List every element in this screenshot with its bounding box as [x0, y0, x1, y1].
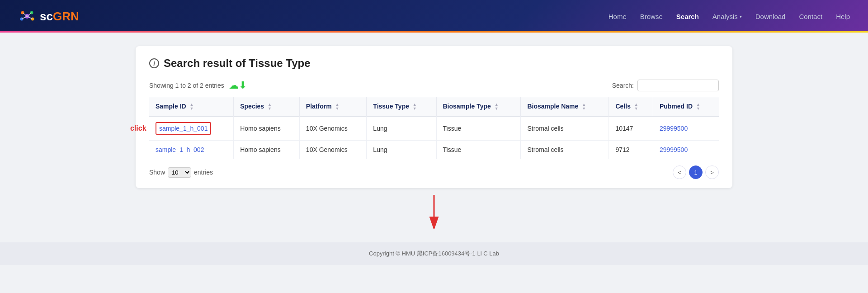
nav-home[interactable]: Home — [609, 13, 627, 20]
annotation-row1: click sample_1_h_001 — [156, 122, 211, 135]
show-label: Show — [149, 169, 165, 176]
prev-page-button[interactable]: < — [673, 165, 686, 179]
cell-species-2: Homo sapiens — [234, 141, 300, 159]
search-label: Search: — [612, 82, 634, 89]
nav-help[interactable]: Help — [836, 13, 850, 20]
entries-select[interactable]: 10 25 50 100 — [168, 167, 191, 178]
sort-icon-tissue-type: ▲▼ — [413, 103, 417, 111]
col-species[interactable]: Species ▲▼ — [234, 97, 300, 117]
cloud-download-icon[interactable]: ☁⬇ — [229, 80, 247, 91]
footer-copyright: Copyright © HMU 黑ICP备16009434号-1 Li C La… — [369, 250, 499, 257]
navbar: scGRN Home Browse Search Analysis ▾ Down… — [0, 0, 868, 33]
page-footer: Copyright © HMU 黑ICP备16009434号-1 Li C La… — [0, 242, 868, 265]
table-header: Sample ID ▲▼ Species ▲▼ Platform ▲▼ Ti — [149, 97, 719, 117]
nav-links: Home Browse Search Analysis ▾ Download C… — [609, 13, 850, 20]
cell-platform-2: 10X Genomics — [299, 141, 367, 159]
result-card: i Search result of Tissue Type Showing 1… — [136, 46, 732, 188]
sort-icon-platform: ▲▼ — [335, 103, 340, 111]
cell-biosample-type-1: Tissue — [436, 117, 521, 141]
sample-link-2[interactable]: sample_1_h_002 — [156, 146, 204, 153]
sort-icon-biosample-name: ▲▼ — [582, 103, 586, 111]
logo: scGRN — [18, 7, 79, 25]
col-pubmed-id[interactable]: Pubmed ID ▲▼ — [653, 97, 719, 117]
cell-sample-id-2: sample_1_h_002 — [149, 141, 234, 159]
entries-label: entries — [194, 169, 213, 176]
cell-biosample-name-2: Stromal cells — [521, 141, 609, 159]
col-platform[interactable]: Platform ▲▼ — [299, 97, 367, 117]
nav-download[interactable]: Download — [755, 13, 786, 20]
col-sample-id[interactable]: Sample ID ▲▼ — [149, 97, 234, 117]
sort-icon-pubmed-id: ▲▼ — [696, 103, 700, 111]
nav-contact[interactable]: Contact — [799, 13, 822, 20]
sort-icon-cells: ▲▼ — [634, 103, 638, 111]
cell-pubmed-1: 29999500 — [653, 117, 719, 141]
sort-icon-biosample-type: ▲▼ — [495, 103, 499, 111]
table-row: sample_1_h_002 Homo sapiens 10X Genomics… — [149, 141, 719, 159]
info-icon: i — [149, 58, 159, 68]
table-controls: Showing 1 to 2 of 2 entries ☁⬇ Search: — [149, 80, 719, 91]
table-container: Sample ID ▲▼ Species ▲▼ Platform ▲▼ Ti — [149, 97, 719, 159]
next-page-button[interactable]: > — [705, 165, 719, 179]
cell-biosample-type-2: Tissue — [436, 141, 521, 159]
logo-text: scGRN — [40, 9, 79, 24]
arrow-annotation — [136, 193, 732, 229]
show-entries: Show 10 25 50 100 entries — [149, 167, 213, 178]
entries-text: Showing 1 to 2 of 2 entries — [149, 82, 224, 89]
cell-tissue-type-1: Lung — [367, 117, 436, 141]
page-1-button[interactable]: 1 — [689, 165, 703, 179]
logo-icon — [18, 7, 36, 25]
col-biosample-name[interactable]: Biosample Name ▲▼ — [521, 97, 609, 117]
cell-sample-id-1: click sample_1_h_001 — [149, 117, 234, 141]
nav-browse[interactable]: Browse — [640, 13, 663, 20]
cell-pubmed-2: 29999500 — [653, 141, 719, 159]
sort-icon-sample-id: ▲▼ — [190, 103, 194, 111]
red-arrow-icon — [420, 193, 448, 229]
cell-platform-1: 10X Genomics — [299, 117, 367, 141]
pubmed-link-2[interactable]: 29999500 — [660, 146, 688, 153]
cell-biosample-name-1: Stromal cells — [521, 117, 609, 141]
pubmed-link-1[interactable]: 29999500 — [660, 125, 688, 132]
entries-info: Showing 1 to 2 of 2 entries ☁⬇ — [149, 80, 247, 91]
nav-search[interactable]: Search — [676, 13, 699, 20]
cell-species-1: Homo sapiens — [234, 117, 300, 141]
pagination: < 1 > — [673, 165, 719, 179]
table-search-input[interactable] — [637, 80, 719, 91]
table-row: click sample_1_h_001 Homo sapiens 10X Ge… — [149, 117, 719, 141]
nav-analysis[interactable]: Analysis ▾ — [712, 13, 742, 20]
content-wrapper: i Search result of Tissue Type Showing 1… — [127, 46, 741, 229]
cell-cells-2: 9712 — [609, 141, 653, 159]
table-body: click sample_1_h_001 Homo sapiens 10X Ge… — [149, 117, 719, 159]
cell-tissue-type-2: Lung — [367, 141, 436, 159]
cell-cells-1: 10147 — [609, 117, 653, 141]
col-cells[interactable]: Cells ▲▼ — [609, 97, 653, 117]
search-control: Search: — [612, 80, 719, 91]
click-label: click — [130, 124, 146, 132]
sample-link-1[interactable]: sample_1_h_001 — [156, 122, 211, 135]
page-title: i Search result of Tissue Type — [149, 57, 719, 70]
sort-icon-species: ▲▼ — [268, 103, 272, 111]
chevron-down-icon: ▾ — [740, 14, 742, 19]
col-biosample-type[interactable]: Biosample Type ▲▼ — [436, 97, 521, 117]
data-table: Sample ID ▲▼ Species ▲▼ Platform ▲▼ Ti — [149, 97, 719, 159]
table-footer: Show 10 25 50 100 entries < 1 > — [149, 165, 719, 179]
col-tissue-type[interactable]: Tissue Type ▲▼ — [367, 97, 436, 117]
